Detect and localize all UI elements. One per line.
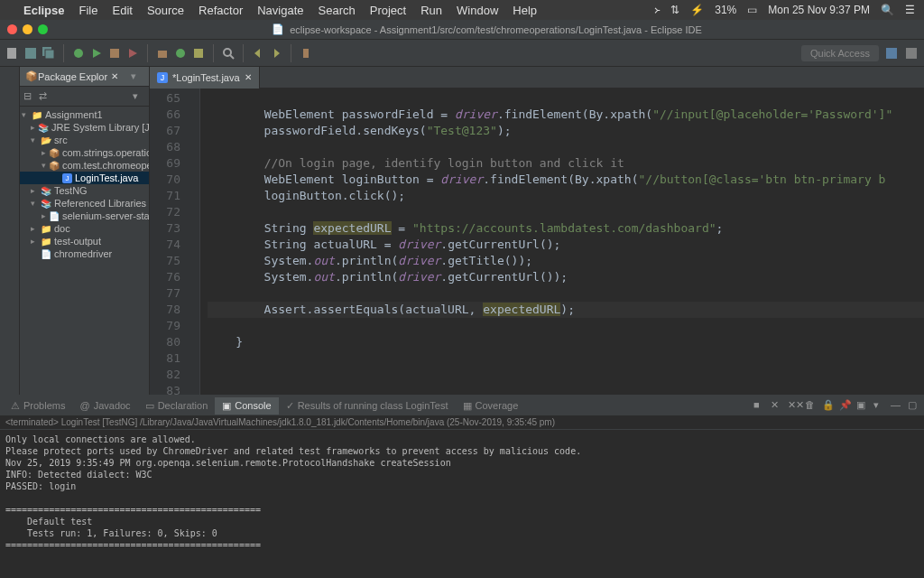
clear-console-icon[interactable]: 🗑 xyxy=(805,399,818,412)
restore-view-icon[interactable] xyxy=(3,70,17,85)
editor-tab-logintest[interactable]: *LoginTest.java ✕ xyxy=(150,67,260,89)
expand-arrow-icon[interactable]: ▸ xyxy=(31,186,38,195)
tree-item[interactable]: ▸com.strings.operation xyxy=(20,146,149,159)
editor-tabs: *LoginTest.java ✕ xyxy=(150,67,924,89)
menu-file[interactable]: File xyxy=(79,4,98,17)
bluetooth-icon[interactable]: ᚛ xyxy=(654,4,660,16)
save-all-icon[interactable] xyxy=(42,46,56,61)
maximize-view-icon[interactable]: ▢ xyxy=(908,399,920,412)
expand-arrow-icon[interactable]: ▾ xyxy=(31,199,38,208)
coverage-icon[interactable] xyxy=(107,46,122,61)
expand-arrow-icon[interactable]: ▾ xyxy=(31,135,38,144)
tree-item[interactable]: ▾Referenced Libraries xyxy=(20,197,149,210)
search-icon[interactable] xyxy=(221,46,236,61)
svg-rect-15 xyxy=(303,49,309,58)
menu-project[interactable]: Project xyxy=(370,4,406,17)
tree-item[interactable]: chromedriver xyxy=(20,247,149,260)
tree-item[interactable]: ▾com.test.chromeoper xyxy=(20,159,149,172)
battery-icon[interactable]: ⚡ xyxy=(690,4,704,16)
scroll-lock-icon[interactable]: 🔒 xyxy=(822,399,835,412)
maximize-window-button[interactable] xyxy=(38,24,48,34)
svg-line-12 xyxy=(230,55,234,59)
fold-gutter[interactable] xyxy=(188,89,200,395)
tree-item[interactable]: ▸JRE System Library [Java xyxy=(20,121,149,134)
menu-search[interactable]: Search xyxy=(319,4,356,17)
notification-center-icon[interactable]: ☰ xyxy=(905,4,915,16)
tab-console[interactable]: ▣Console xyxy=(215,397,278,415)
tree-item[interactable]: ▸doc xyxy=(20,222,149,235)
package-explorer-icon: 📦 xyxy=(25,70,38,82)
tab-problems[interactable]: ⚠Problems xyxy=(4,397,72,415)
forward-icon[interactable] xyxy=(269,46,283,61)
quick-access-input[interactable]: Quick Access xyxy=(801,45,879,61)
minimize-view-icon[interactable]: — xyxy=(891,399,903,412)
new-class-icon[interactable] xyxy=(173,46,188,61)
tree-item[interactable]: LoginTest.java xyxy=(20,172,149,184)
menu-window[interactable]: Window xyxy=(457,4,498,17)
close-tab-icon[interactable]: ✕ xyxy=(245,72,252,82)
package-explorer-tab[interactable]: 📦 Package Explor ✕ ▾ xyxy=(20,67,149,87)
console-output[interactable]: Only local connections are allowed. Plea… xyxy=(0,430,924,578)
expand-arrow-icon[interactable]: ▾ xyxy=(22,110,29,119)
tree-item[interactable]: ▸selenium-server-stan xyxy=(20,210,149,222)
expand-arrow-icon[interactable]: ▾ xyxy=(42,161,46,170)
view-menu-icon[interactable]: ▾ xyxy=(133,90,145,103)
tab-results[interactable]: ✓Results of running class LoginTest xyxy=(279,397,456,415)
pin-console-icon[interactable]: 📌 xyxy=(839,399,852,412)
tree-item-label: selenium-server-stan xyxy=(62,210,149,221)
tree-item[interactable]: ▾Assignment1 xyxy=(20,108,149,121)
svg-rect-17 xyxy=(906,48,917,59)
pkg-icon xyxy=(49,160,60,171)
close-window-button[interactable] xyxy=(7,24,17,34)
menu-run[interactable]: Run xyxy=(420,4,442,17)
link-editor-icon[interactable]: ⇄ xyxy=(39,90,51,103)
editor-body[interactable]: 65 66 67 68 69 70 71 72 73 74 75 76 77 7… xyxy=(150,89,924,395)
expand-arrow-icon[interactable]: ▸ xyxy=(31,237,38,246)
tab-declaration[interactable]: ▭Declaration xyxy=(138,397,216,415)
tree-item[interactable]: ▸TestNG xyxy=(20,184,149,197)
tab-javadoc[interactable]: @Javadoc xyxy=(72,397,137,414)
menu-refactor[interactable]: Refactor xyxy=(199,4,243,17)
new-package-icon[interactable] xyxy=(155,46,170,61)
tab-coverage[interactable]: ▦Coverage xyxy=(456,397,526,415)
file-icon xyxy=(49,210,60,221)
close-view-icon[interactable]: ✕ xyxy=(111,71,118,81)
datetime[interactable]: Mon 25 Nov 9:37 PM xyxy=(768,4,870,16)
pin-icon[interactable] xyxy=(299,46,313,61)
spotlight-icon[interactable]: 🔍 xyxy=(881,4,894,16)
expand-arrow-icon[interactable]: ▸ xyxy=(42,211,46,220)
menu-navigate[interactable]: Navigate xyxy=(257,4,303,17)
open-console-icon[interactable]: ▾ xyxy=(873,399,886,412)
remove-all-icon[interactable]: ✕✕ xyxy=(788,399,800,412)
expand-arrow-icon[interactable]: ▸ xyxy=(31,123,35,132)
wifi-icon[interactable]: ⇅ xyxy=(670,4,679,16)
run-icon[interactable] xyxy=(89,46,104,61)
debug-icon[interactable] xyxy=(71,46,86,61)
expand-arrow-icon[interactable]: ▸ xyxy=(42,148,46,157)
explorer-toolbar: ⊟ ⇄ ▾ xyxy=(20,87,149,107)
new-icon[interactable] xyxy=(5,46,20,61)
menu-source[interactable]: Source xyxy=(147,4,184,17)
open-type-icon[interactable] xyxy=(191,46,206,61)
remove-launch-icon[interactable]: ✕ xyxy=(771,399,783,412)
code-content[interactable]: WebElement passwordField = driver.findEl… xyxy=(200,89,924,395)
menu-edit[interactable]: Edit xyxy=(112,4,132,17)
java-perspective-icon[interactable] xyxy=(884,46,899,61)
expand-arrow-icon[interactable]: ▸ xyxy=(31,224,38,233)
tree-item[interactable]: ▸test-output xyxy=(20,235,149,247)
menu-help[interactable]: Help xyxy=(513,4,537,17)
terminate-icon[interactable]: ■ xyxy=(753,399,766,412)
display-console-icon[interactable]: ▣ xyxy=(856,399,869,412)
save-icon[interactable] xyxy=(23,46,38,61)
perspective-icon[interactable] xyxy=(904,46,919,61)
tree-item-label: Referenced Libraries xyxy=(54,198,146,209)
tree-item[interactable]: ▾src xyxy=(20,134,149,146)
line-number-gutter: 65 66 67 68 69 70 71 72 73 74 75 76 77 7… xyxy=(150,89,188,395)
minimize-window-button[interactable] xyxy=(23,24,32,34)
collapse-all-icon[interactable]: ⊟ xyxy=(23,90,36,103)
project-tree[interactable]: ▾Assignment1▸JRE System Library [Java▾sr… xyxy=(20,107,149,262)
view-menu-icon[interactable]: ▾ xyxy=(131,70,143,83)
run-last-icon[interactable] xyxy=(125,46,140,61)
app-menu[interactable]: Eclipse xyxy=(23,4,65,17)
back-icon[interactable] xyxy=(251,46,265,61)
